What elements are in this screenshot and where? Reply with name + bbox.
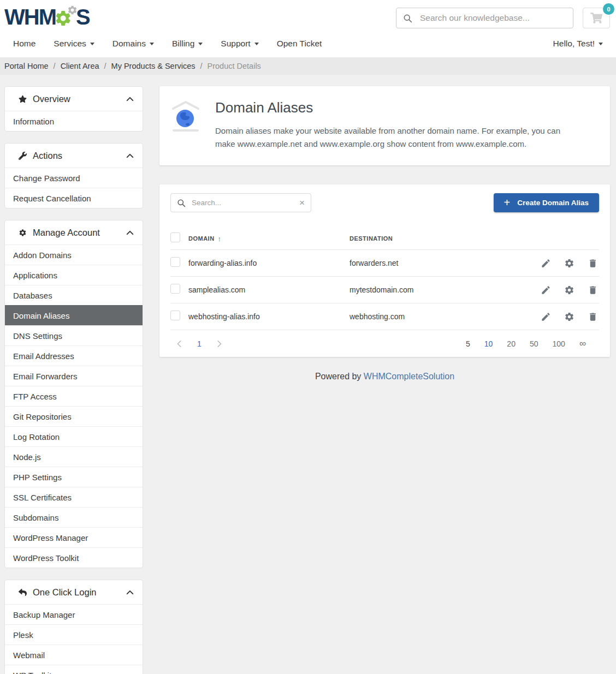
breadcrumb-separator: /	[104, 62, 106, 70]
row-checkbox[interactable]	[170, 257, 180, 267]
logo-text-whm: WHM	[4, 5, 56, 28]
content-area: OverviewInformationActionsChange Passwor…	[0, 75, 616, 674]
table-body: forwarding-alias.infoforwarders.netsampl…	[170, 249, 599, 330]
nav-item-billing[interactable]: Billing	[172, 39, 203, 49]
domain-globe-icon	[170, 98, 201, 153]
cart-button[interactable]: 0	[583, 8, 610, 28]
delete-button[interactable]	[588, 258, 598, 269]
breadcrumb-separator: /	[200, 62, 203, 70]
whmcs-logo[interactable]: WHM S	[4, 5, 90, 28]
edit-button[interactable]	[541, 258, 551, 269]
sidebar-item-wordpress-manager[interactable]: WordPress Manager	[5, 527, 143, 547]
next-page-button[interactable]	[215, 340, 223, 348]
chevron-down-icon	[90, 43, 94, 45]
sidebar-item-webmail[interactable]: Webmail	[5, 645, 143, 665]
table-row: webhosting-alias.infowebhosting.com	[170, 303, 599, 330]
sidebar-panel-header-one-click-login[interactable]: One Click Login	[5, 580, 143, 604]
pencil-icon	[541, 312, 551, 322]
delete-button[interactable]	[588, 285, 598, 295]
cart-icon	[590, 13, 602, 23]
row-actions	[536, 312, 599, 322]
cell-domain: samplealias.com	[188, 285, 350, 294]
sidebar-item-email-forwarders[interactable]: Email Forwarders	[5, 366, 143, 386]
sidebar-item-domain-aliases[interactable]: Domain Aliases	[5, 305, 143, 325]
nav-item-home[interactable]: Home	[13, 39, 35, 49]
page-size-5[interactable]: 5	[466, 339, 470, 348]
sort-asc-icon: ↑	[218, 235, 222, 243]
sidebar-panel-header-manage-account[interactable]: Manage Account	[5, 220, 143, 244]
select-all-checkbox[interactable]	[170, 232, 180, 242]
sidebar-item-node-js[interactable]: Node.js	[5, 446, 143, 467]
page-size-all[interactable]: ∞	[579, 339, 586, 348]
page-size-10[interactable]: 10	[484, 339, 493, 348]
breadcrumb-link-my-products-services[interactable]: My Products & Services	[111, 62, 196, 70]
page-number[interactable]: 1	[197, 339, 202, 348]
sidebar-item-applications[interactable]: Applications	[5, 265, 143, 285]
page: WHM S	[0, 0, 616, 674]
edit-button[interactable]	[541, 312, 551, 322]
nav-item-services[interactable]: Services	[54, 39, 94, 49]
breadcrumb-link-portal-home[interactable]: Portal Home	[4, 62, 49, 70]
sidebar-panel-header-overview[interactable]: Overview	[5, 87, 143, 111]
page-size-options: 5102050100∞	[466, 339, 599, 348]
row-checkbox-cell	[170, 284, 188, 296]
whmcompletesolution-link[interactable]: WHMCompleteSolution	[364, 372, 454, 381]
sidebar-item-php-settings[interactable]: PHP Settings	[5, 467, 143, 487]
edit-button[interactable]	[541, 285, 551, 295]
main-nav: HomeServicesDomainsBillingSupportOpen Ti…	[13, 39, 322, 49]
page-size-20[interactable]: 20	[507, 339, 516, 348]
previous-page-button[interactable]	[176, 340, 183, 348]
sidebar-item-request-cancellation[interactable]: Request Cancellation	[5, 188, 143, 208]
clear-search-icon[interactable]: ×	[299, 198, 305, 207]
sidebar-panel-header-actions[interactable]: Actions	[5, 144, 143, 168]
sidebar-item-wp-toolkit[interactable]: WP Toolkit	[5, 665, 143, 674]
nav-item-support[interactable]: Support	[221, 39, 258, 49]
sidebar-item-change-password[interactable]: Change Password	[5, 168, 143, 188]
sidebar-item-addon-domains[interactable]: Addon Domains	[5, 244, 143, 265]
nav-item-domains[interactable]: Domains	[112, 39, 154, 49]
sidebar-item-plesk[interactable]: Plesk	[5, 624, 143, 645]
sidebar-item-databases[interactable]: Databases	[5, 285, 143, 305]
page-size-50[interactable]: 50	[530, 339, 538, 348]
sidebar-item-ssl-certificates[interactable]: SSL Certificates	[5, 487, 143, 507]
table-row: samplealias.commytestdomain.com	[170, 276, 599, 303]
settings-button[interactable]	[564, 258, 574, 269]
sidebar-item-information[interactable]: Information	[5, 111, 143, 131]
sidebar-item-backup-manager[interactable]: Backup Manager	[5, 604, 143, 624]
table-search-input[interactable]	[191, 198, 294, 207]
column-header-destination[interactable]: DESTINATION	[350, 235, 536, 242]
sidebar-item-git-repositories[interactable]: Git Repositories	[5, 406, 143, 426]
nav-item-open-ticket[interactable]: Open Ticket	[277, 39, 322, 49]
sidebar-panel-overview: OverviewInformation	[4, 86, 143, 132]
cell-domain: webhosting-alias.info	[188, 312, 350, 321]
pagination: 1 5102050100∞	[170, 330, 599, 357]
knowledgebase-search	[396, 8, 573, 28]
sidebar-item-email-addresses[interactable]: Email Addresses	[5, 345, 143, 366]
header-checkbox-cell	[170, 232, 188, 244]
settings-button[interactable]	[564, 312, 574, 322]
sidebar-item-log-rotation[interactable]: Log Rotation	[5, 426, 143, 446]
breadcrumb-current: Product Details	[208, 62, 261, 70]
row-checkbox[interactable]	[170, 284, 180, 294]
table-toolbar: × + Create Domain Alias	[170, 193, 599, 212]
sidebar-item-wordpress-toolkit[interactable]: WordPress Toolkit	[5, 547, 143, 568]
sidebar-panel-title: Overview	[33, 94, 70, 104]
user-menu-label: Hello, Test!	[553, 39, 595, 49]
sidebar-item-ftp-access[interactable]: FTP Access	[5, 386, 143, 406]
delete-button[interactable]	[588, 312, 598, 322]
column-header-domain[interactable]: DOMAIN ↑	[188, 235, 350, 243]
sidebar-item-dns-settings[interactable]: DNS Settings	[5, 325, 143, 345]
sidebar-item-subdomains[interactable]: Subdomains	[5, 507, 143, 527]
user-menu[interactable]: Hello, Test!	[553, 39, 603, 49]
row-checkbox[interactable]	[170, 311, 180, 320]
page-size-100[interactable]: 100	[553, 339, 565, 348]
create-domain-alias-button[interactable]: + Create Domain Alias	[494, 193, 599, 212]
settings-button[interactable]	[564, 285, 574, 295]
nav-item-label: Billing	[172, 39, 194, 49]
pencil-icon	[541, 285, 551, 295]
breadcrumb-link-client-area[interactable]: Client Area	[61, 62, 99, 70]
sidebar-panel-title: Manage Account	[33, 228, 100, 238]
knowledgebase-search-input[interactable]	[419, 13, 566, 23]
table-search: ×	[170, 193, 311, 212]
gear-logo-icon	[54, 5, 79, 28]
